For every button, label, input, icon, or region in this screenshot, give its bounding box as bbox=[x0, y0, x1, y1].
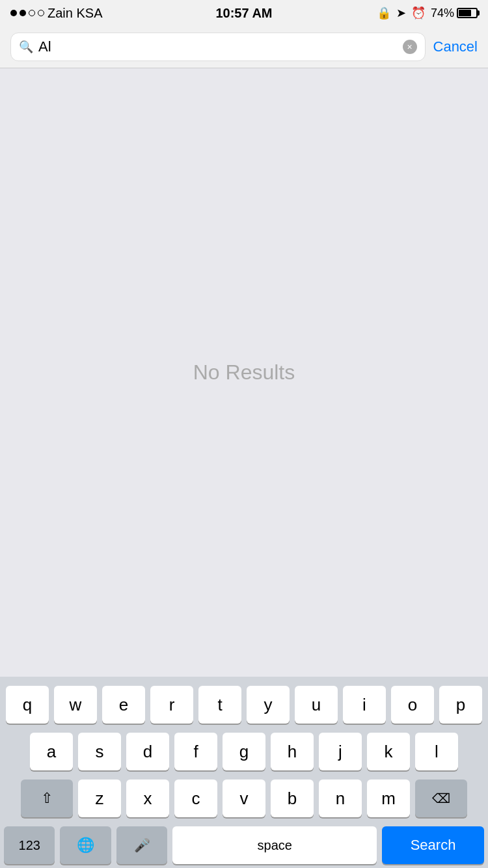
dot-4 bbox=[38, 10, 44, 16]
mic-key[interactable]: 🎤 bbox=[116, 826, 167, 864]
signal-dots bbox=[10, 10, 44, 16]
location-icon: ➤ bbox=[396, 6, 406, 20]
key-b[interactable]: b bbox=[271, 780, 314, 817]
key-q[interactable]: q bbox=[6, 686, 49, 724]
backspace-key[interactable]: ⌫ bbox=[415, 780, 467, 817]
key-j[interactable]: j bbox=[319, 733, 362, 770]
key-e[interactable]: e bbox=[102, 686, 145, 724]
battery-fill bbox=[459, 10, 471, 16]
search-bar: 🔍 × Cancel bbox=[0, 26, 488, 68]
keyboard-row-2: a s d f g h j k l bbox=[4, 733, 484, 770]
key-u[interactable]: u bbox=[295, 686, 338, 724]
globe-key[interactable]: 🌐 bbox=[60, 826, 111, 864]
key-f[interactable]: f bbox=[174, 733, 217, 770]
cancel-button[interactable]: Cancel bbox=[433, 38, 478, 55]
keyboard-row-1: q w e r t y u i o p bbox=[4, 686, 484, 724]
no-results-text: No Results bbox=[193, 360, 295, 385]
key-c[interactable]: c bbox=[174, 780, 217, 817]
clear-button[interactable]: × bbox=[403, 40, 417, 54]
lock-icon: 🔒 bbox=[377, 6, 391, 20]
search-input[interactable] bbox=[38, 38, 398, 55]
space-key[interactable]: space bbox=[172, 826, 377, 864]
key-o[interactable]: o bbox=[391, 686, 434, 724]
key-w[interactable]: w bbox=[54, 686, 97, 724]
key-h[interactable]: h bbox=[271, 733, 314, 770]
battery-icon bbox=[457, 8, 478, 18]
key-z[interactable]: z bbox=[78, 780, 121, 817]
dot-1 bbox=[10, 10, 17, 16]
key-n[interactable]: n bbox=[319, 780, 362, 817]
key-r[interactable]: r bbox=[150, 686, 193, 724]
key-s[interactable]: s bbox=[78, 733, 121, 770]
key-v[interactable]: v bbox=[223, 780, 265, 817]
numbers-key[interactable]: 123 bbox=[4, 826, 55, 864]
status-bar: Zain KSA 10:57 AM 🔒 ➤ ⏰ 74% bbox=[0, 0, 488, 26]
key-i[interactable]: i bbox=[343, 686, 386, 724]
key-p[interactable]: p bbox=[439, 686, 482, 724]
key-g[interactable]: g bbox=[223, 733, 265, 770]
key-k[interactable]: k bbox=[367, 733, 410, 770]
status-time: 10:57 AM bbox=[215, 6, 272, 21]
keyboard-row-3: ⇧ z x c v b n m ⌫ bbox=[4, 780, 484, 817]
keyboard: q w e r t y u i o p a s d f g h j k l ⇧ … bbox=[0, 677, 488, 868]
battery-percent: 74% bbox=[431, 7, 454, 20]
dot-2 bbox=[20, 10, 26, 16]
carrier-name: Zain KSA bbox=[47, 6, 102, 21]
key-t[interactable]: t bbox=[198, 686, 241, 724]
search-input-wrapper[interactable]: 🔍 × bbox=[10, 33, 426, 61]
keyboard-row-4: 123 🌐 🎤 space Search bbox=[4, 826, 484, 864]
dot-3 bbox=[29, 10, 35, 16]
shift-key[interactable]: ⇧ bbox=[21, 780, 73, 817]
key-x[interactable]: x bbox=[126, 780, 169, 817]
battery-container: 74% bbox=[431, 7, 478, 20]
status-left: Zain KSA bbox=[10, 6, 102, 21]
search-icon: 🔍 bbox=[19, 40, 33, 54]
status-right: 🔒 ➤ ⏰ 74% bbox=[377, 6, 478, 20]
search-key[interactable]: Search bbox=[382, 826, 484, 864]
key-a[interactable]: a bbox=[30, 733, 73, 770]
key-l[interactable]: l bbox=[415, 733, 458, 770]
content-area: No Results bbox=[0, 68, 488, 677]
alarm-icon: ⏰ bbox=[411, 6, 426, 20]
key-d[interactable]: d bbox=[126, 733, 169, 770]
key-y[interactable]: y bbox=[247, 686, 290, 724]
key-m[interactable]: m bbox=[367, 780, 410, 817]
